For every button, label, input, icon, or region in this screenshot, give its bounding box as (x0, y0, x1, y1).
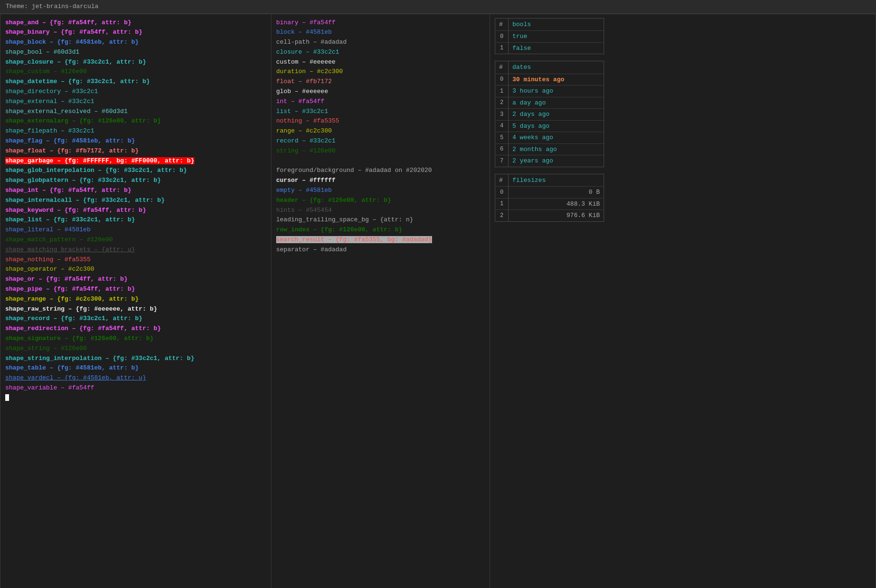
cell-value: 0 B (509, 187, 604, 199)
cell-value: 4 weeks ago (509, 132, 604, 144)
cell-index: 0 (495, 74, 509, 85)
cell-value: 5 days ago (509, 120, 604, 132)
panel-table: #filesizes00 B1488.3 KiB2976.6 KiB (495, 174, 604, 222)
cell-value: 2 years ago (509, 155, 604, 167)
cell-index: 0 (495, 31, 509, 43)
list-item: shape_matching_brackets – {attr: u} (5, 245, 266, 255)
right-column: #bools0true1false#dates030 minutes ago13… (490, 14, 876, 588)
panel-table-wrapper: #filesizes00 B1488.3 KiB2976.6 KiB (495, 174, 871, 222)
list-item: shape_signature – {fg: #126e00, attr: b} (5, 334, 266, 344)
list-item: shape_external – #33c2c1 (5, 97, 266, 107)
table-row: 2a day ago (495, 97, 604, 109)
list-item: duration – #c2c300 (276, 67, 485, 77)
cell-value: 976.6 KiB (509, 210, 604, 222)
list-item: shape_bool – #60d3d1 (5, 47, 266, 57)
cell-value: 2 months ago (509, 143, 604, 155)
col-header-index: # (495, 61, 509, 74)
list-item: row_index – {fg: #126e00, attr: b} (276, 225, 485, 235)
list-item: nothing – #fa5355 (276, 116, 485, 126)
cell-value: true (509, 31, 604, 43)
list-item: separator – #adadad (276, 245, 485, 255)
list-item: float – #fb7172 (276, 77, 485, 87)
table-row: 030 minutes ago (495, 74, 604, 85)
cell-value: false (509, 42, 604, 54)
list-item: shape_directory – #33c2c1 (5, 87, 266, 97)
panel-table-wrapper: #bools0true1false (495, 18, 871, 55)
theme-title-bar: Theme: jet-brains-darcula (0, 0, 876, 14)
cell-index: 5 (495, 132, 509, 144)
table-row: 00 B (495, 187, 604, 199)
list-item: shape_range – {fg: #c2c300, attr: b} (5, 294, 266, 304)
list-item: closure – #33c2c1 (276, 47, 485, 57)
table-row: 72 years ago (495, 155, 604, 167)
list-item: range – #c2c300 (276, 126, 485, 136)
list-item: shape_externalarg – {fg: #126e00, attr: … (5, 116, 266, 126)
list-item: shape_garbage – {fg: #FFFFFF, bg: #FF000… (5, 156, 266, 166)
cell-value: 2 days ago (509, 109, 604, 121)
cell-index: 0 (495, 187, 509, 199)
panel-table-wrapper: #dates030 minutes ago13 hours ago2a day … (495, 61, 871, 167)
cell-index: 2 (495, 97, 509, 109)
panel-table: #dates030 minutes ago13 hours ago2a day … (495, 61, 604, 167)
list-item: shape_raw_string – {fg: #eeeeee, attr: b… (5, 304, 266, 314)
cell-index: 1 (495, 42, 509, 54)
cell-value: a day ago (509, 97, 604, 109)
list-item: hints – #545454 (276, 206, 485, 216)
table-row: 62 months ago (495, 143, 604, 155)
list-item: shape_custom – #126e00 (5, 67, 266, 77)
mid-column: binary – #fa54ffblock – #4581ebcell-path… (271, 14, 490, 588)
list-item: int – #fa54ff (276, 97, 485, 107)
list-item: shape_internalcall – {fg: #33c2c1, attr:… (5, 196, 266, 206)
table-row: 45 days ago (495, 120, 604, 132)
theme-title-text: Theme: jet-brains-darcula (6, 3, 98, 10)
col-header-title: bools (509, 18, 604, 31)
list-item: cursor – #ffffff (276, 176, 485, 186)
table-row: 0true (495, 31, 604, 43)
list-item: shape_match_pattern – #126e00 (5, 235, 266, 245)
cell-index: 6 (495, 143, 509, 155)
panel-table: #bools0true1false (495, 18, 604, 55)
list-item: shape_pipe – {fg: #fa54ff, attr: b} (5, 285, 266, 294)
table-row: 32 days ago (495, 109, 604, 121)
cell-index: 4 (495, 120, 509, 132)
list-item: list – #33c2c1 (276, 107, 485, 117)
table-row: 54 weeks ago (495, 132, 604, 144)
list-item: search_result – {fg: #fa5355, bg: #adada… (276, 235, 485, 245)
list-item: glob – #eeeeee (276, 87, 485, 97)
list-item: leading_trailing_space_bg – {attr: n} (276, 215, 485, 225)
list-item: shape_operator – #c2c300 (5, 265, 266, 275)
table-row: 13 hours ago (495, 85, 604, 97)
table-row: 1false (495, 42, 604, 54)
cursor (5, 394, 9, 401)
table-row: 1488.3 KiB (495, 198, 604, 210)
list-item: shape_record – {fg: #33c2c1, attr: b} (5, 314, 266, 324)
table-row: 2976.6 KiB (495, 210, 604, 222)
list-item: block – #4581eb (276, 28, 485, 38)
list-item: shape_and – {fg: #fa54ff, attr: b} (5, 18, 266, 28)
left-column: shape_and – {fg: #fa54ff, attr: b}shape_… (0, 14, 271, 588)
list-item: foreground/background – #adadad on #2020… (276, 166, 485, 176)
list-item: shape_closure – {fg: #33c2c1, attr: b} (5, 57, 266, 67)
list-item: empty – #4581eb (276, 186, 485, 196)
list-item: shape_keyword – {fg: #fa54ff, attr: b} (5, 206, 266, 216)
list-item: shape_list – {fg: #33c2c1, attr: b} (5, 215, 266, 225)
spacer (276, 156, 485, 166)
cell-value: 30 minutes ago (509, 74, 604, 85)
list-item: shape_globpattern – {fg: #33c2c1, attr: … (5, 176, 266, 186)
cell-value: 488.3 KiB (509, 198, 604, 210)
cell-index: 1 (495, 198, 509, 210)
list-item: shape_variable – #fa54ff (5, 383, 266, 393)
list-item: shape_or – {fg: #fa54ff, attr: b} (5, 275, 266, 285)
cell-index: 3 (495, 109, 509, 121)
list-item: shape_flag – {fg: #4581eb, attr: b} (5, 136, 266, 146)
list-item: shape_literal – #4581eb (5, 225, 266, 235)
main-container: shape_and – {fg: #fa54ff, attr: b}shape_… (0, 14, 876, 588)
cell-index: 2 (495, 210, 509, 222)
cursor-line (5, 393, 266, 403)
list-item: record – #33c2c1 (276, 136, 485, 146)
list-item: cell-path – #adadad (276, 38, 485, 47)
list-item: shape_binary – {fg: #fa54ff, attr: b} (5, 28, 266, 38)
list-item: shape_int – {fg: #fa54ff, attr: b} (5, 186, 266, 196)
list-item: shape_datetime – {fg: #33c2c1, attr: b} (5, 77, 266, 87)
list-item: shape_string – #126e00 (5, 344, 266, 354)
